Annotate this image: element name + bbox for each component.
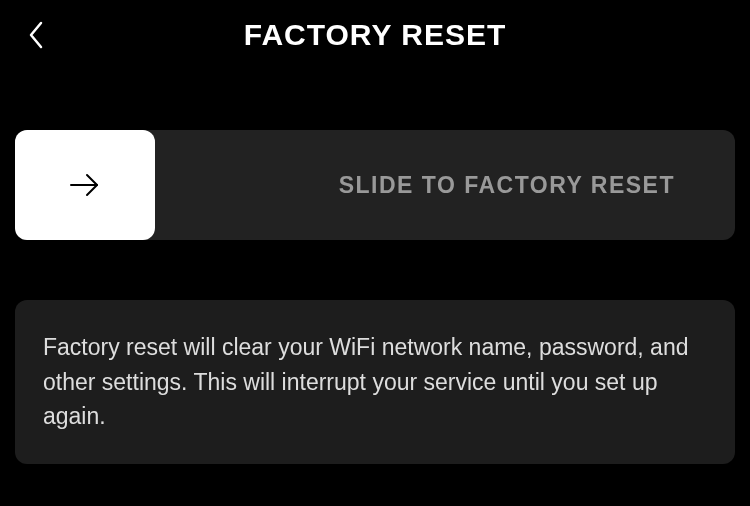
back-button[interactable] (16, 15, 56, 55)
slide-to-reset-label: SLIDE TO FACTORY RESET (339, 172, 675, 199)
page-header: FACTORY RESET (0, 0, 750, 70)
info-box: Factory reset will clear your WiFi netwo… (15, 300, 735, 464)
info-text: Factory reset will clear your WiFi netwo… (43, 330, 707, 434)
chevron-left-icon (27, 20, 45, 50)
arrow-right-icon (65, 165, 105, 205)
page-title: FACTORY RESET (244, 18, 507, 52)
slide-to-reset-track[interactable]: SLIDE TO FACTORY RESET (15, 130, 735, 240)
slide-to-reset-handle[interactable] (15, 130, 155, 240)
